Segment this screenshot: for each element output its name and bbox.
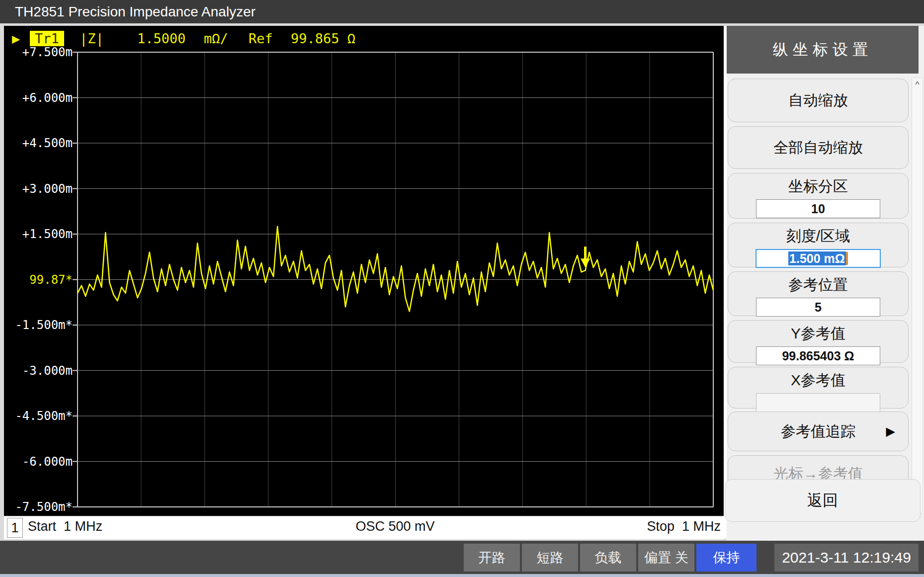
panel-scrollbar[interactable]: ^ v: [912, 78, 923, 514]
auto-scale-all-label: 全部自动缩放: [773, 138, 863, 158]
auto-scale-label: 自动缩放: [788, 90, 848, 111]
plot-area: [72, 51, 714, 508]
scroll-up-icon[interactable]: ^: [912, 80, 923, 90]
title-bar: TH2851 Precision Impedance Analyzer: [0, 0, 924, 23]
measurement-screen: ▶ Tr1 |Z| 1.5000 mΩ/ Ref 99.865 Ω +7.500…: [4, 26, 724, 516]
y-axis-tick-label: +3.000m: [4, 181, 73, 196]
sidebar-item-divisions[interactable]: 坐标分区 10: [728, 173, 909, 219]
y-axis-tick-label: +6.000m: [4, 90, 73, 105]
back-label: 返回: [807, 490, 838, 511]
divisions-field[interactable]: 10: [756, 199, 880, 218]
selected-text: 1.500 mΩ: [788, 251, 846, 265]
hold-button[interactable]: 保持: [696, 544, 756, 572]
start-frequency-label: Start 1 MHz: [28, 519, 102, 534]
y-axis-tick-label: +7.500m: [4, 45, 73, 60]
submenu-arrow-icon: ▶: [886, 424, 895, 438]
y-axis-tick-label: -7.500m*: [4, 499, 73, 514]
divisions-label: 坐标分区: [728, 176, 908, 197]
y-axis-tick-label: +1.500m: [4, 227, 73, 242]
trace-parameter: |Z|: [80, 31, 104, 46]
scale-per-division-label: 刻度/区域: [728, 226, 908, 247]
stop-frequency-label: Stop 1 MHz: [647, 519, 721, 534]
y-axis-tick-label: +4.500m: [4, 136, 73, 151]
sidebar: 纵坐标设置 自动缩放 全部自动缩放 坐标分区 10 刻度/区域 1.500 mΩ…: [727, 26, 924, 541]
channel-number-box: 1: [7, 518, 23, 538]
y-reference-field[interactable]: 99.865403 Ω: [756, 346, 880, 365]
back-button[interactable]: 返回: [725, 479, 921, 522]
x-reference-field[interactable]: [756, 393, 880, 412]
sidebar-item-auto-scale[interactable]: 自动缩放: [728, 79, 909, 122]
reference-tracking-label: 参考值追踪: [781, 421, 855, 442]
trace-scale-value: 1.5000: [137, 31, 186, 46]
short-circuit-button[interactable]: 短路: [522, 544, 578, 572]
text-caret: [846, 252, 848, 265]
reference-position-label: 参考位置: [728, 275, 908, 295]
y-reference-label: Y参考值: [728, 324, 908, 344]
trace-ref-value: 99.865 Ω: [291, 31, 355, 46]
sidebar-item-reference-tracking[interactable]: 参考值追踪 ▶: [728, 412, 909, 451]
active-trace-arrow-icon: ▶: [12, 31, 20, 46]
osc-level-label: OSC 500 mV: [321, 519, 470, 534]
y-axis-tick-label: -6.000m: [4, 454, 73, 469]
scale-per-division-field[interactable]: 1.500 mΩ: [756, 249, 881, 268]
trace-scale-unit: mΩ/: [204, 31, 228, 46]
sidebar-title: 纵坐标设置: [727, 26, 919, 74]
bias-off-button[interactable]: 偏置 关: [638, 544, 694, 572]
y-axis-tick-label: -4.500m*: [4, 409, 73, 423]
window-title: TH2851 Precision Impedance Analyzer: [15, 4, 255, 20]
sidebar-item-x-reference[interactable]: X参考值: [728, 367, 909, 409]
reference-position-field[interactable]: 5: [756, 298, 880, 317]
sidebar-item-auto-scale-all[interactable]: 全部自动缩放: [728, 126, 909, 169]
sidebar-item-scale-per-division[interactable]: 刻度/区域 1.500 mΩ: [728, 223, 909, 267]
y-axis-tick-label: -3.000m: [4, 363, 73, 378]
bottom-bar: 开路 短路 负载 偏置 关 保持 2021-3-11 12:19:49: [0, 541, 924, 574]
trace-ref-label: Ref: [249, 31, 273, 46]
timestamp: 2021-3-11 12:19:49: [774, 544, 919, 572]
y-axis-tick-label: 99.87*: [4, 272, 73, 287]
status-bar: 1 Start 1 MHz OSC 500 mV Stop 1 MHz: [4, 516, 724, 539]
trace-label-chip[interactable]: Tr1: [30, 31, 64, 46]
y-axis-tick-label: -1.500m*: [4, 318, 73, 332]
analyzer-window: TH2851 Precision Impedance Analyzer ▶ Tr…: [0, 0, 924, 577]
sidebar-item-y-reference[interactable]: Y参考值 99.865403 Ω: [728, 320, 909, 363]
x-reference-label: X参考值: [728, 370, 908, 391]
load-button[interactable]: 负载: [580, 544, 636, 572]
sidebar-item-reference-position[interactable]: 参考位置 5: [728, 271, 909, 316]
window-bottom-edge: [0, 574, 924, 577]
open-circuit-button[interactable]: 开路: [464, 544, 520, 572]
